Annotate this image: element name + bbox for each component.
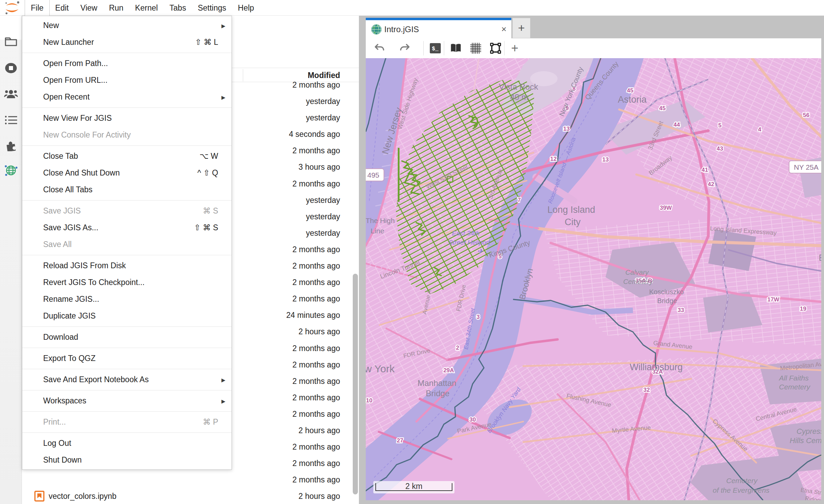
menu-item-open-from-url[interactable]: Open From URL... [22, 72, 232, 89]
users-icon[interactable] [4, 89, 18, 99]
map-label: Williamsburg [630, 362, 683, 372]
map-label: The High [366, 217, 395, 224]
map-panel: Intro.jGIS × + $_ [359, 16, 824, 504]
menu-item-label: Export To QGZ [43, 350, 96, 367]
tab-title: Intro.jGIS [384, 20, 419, 38]
extent-icon[interactable] [488, 38, 503, 58]
menu-item-save-and-export-notebook-as[interactable]: Save And Export Notebook As▶ [22, 371, 232, 388]
menu-item-workspaces[interactable]: Workspaces▶ [22, 392, 232, 409]
menu-divider [22, 369, 232, 369]
menu-item-shortcut: ⌘ P [203, 414, 218, 430]
map-label: Astoria [618, 94, 647, 105]
menubar-item-kernel[interactable]: Kernel [129, 0, 163, 16]
map-label: Bridge [426, 389, 449, 398]
redo-icon[interactable] [397, 38, 412, 58]
menu-item-new[interactable]: New▶ [22, 17, 232, 34]
jgis-file-icon [371, 24, 382, 35]
menu-item-open-recent[interactable]: Open Recent▶ [22, 89, 232, 105]
menu-item-shortcut: ⇧ ⌘ S [194, 219, 218, 236]
route-shield: 19 [800, 306, 807, 312]
menu-item-open-from-path[interactable]: Open From Path... [22, 55, 232, 72]
tab-intro-jgis[interactable]: Intro.jGIS × [366, 18, 511, 38]
menu-item-download[interactable]: Download [22, 329, 232, 346]
menu-item-new-launcher[interactable]: New Launcher⇧ ⌘ L [22, 34, 232, 51]
active-tab-accent [366, 18, 511, 20]
menu-item-label: Reload JGIS From Disk [43, 257, 126, 274]
menu-item-new-view-for-jgis[interactable]: New View For JGIS [22, 110, 232, 127]
tab-close-icon[interactable]: × [501, 20, 507, 38]
jgis-globe-icon[interactable] [4, 164, 18, 177]
menubar-item-help[interactable]: Help [232, 0, 260, 16]
menubar-item-view[interactable]: View [75, 0, 103, 16]
menubar-item-edit[interactable]: Edit [49, 0, 75, 16]
menu-item-shortcut: ⇧ ⌘ L [195, 34, 218, 51]
menu-divider [22, 145, 232, 146]
menu-item-rename-jgis[interactable]: Rename JGIS... [22, 291, 232, 308]
route-shield: 39W [660, 205, 672, 211]
menu-item-label: Save All [43, 236, 72, 253]
route-shield: 33 [678, 307, 684, 313]
menu-item-label: Shut Down [43, 452, 82, 468]
menu-item-close-and-shut-down[interactable]: Close And Shut Down^ ⇧ Q [22, 165, 232, 181]
menubar-item-file[interactable]: File [25, 0, 49, 16]
menu-item-label: Open Recent [43, 89, 90, 105]
menu-item-revert-jgis-to-checkpoint[interactable]: Revert JGIS To Checkpoint... [22, 274, 232, 291]
map-label: w York [366, 363, 395, 374]
route-shield: 2 [456, 345, 459, 351]
menu-item-label: Open From Path... [43, 55, 108, 72]
file-row-modified[interactable]: 2 months ago [22, 471, 359, 488]
menu-item-save-all: Save All [22, 236, 232, 253]
menu-item-label: Workspaces [43, 392, 86, 409]
route-shield: 27 [397, 437, 403, 444]
route-shield: 30 [470, 416, 476, 423]
menu-item-label: Download [43, 329, 78, 346]
menu-item-save-jgis-as[interactable]: Save JGIS As...⇧ ⌘ S [22, 219, 232, 236]
route-shield: 44 [674, 121, 680, 128]
menu-item-reload-jgis-from-disk[interactable]: Reload JGIS From Disk [22, 257, 232, 274]
submenu-arrow-icon: ▶ [221, 372, 225, 388]
add-layer-icon[interactable]: + [507, 38, 523, 58]
menu-item-label: New Launcher [43, 34, 94, 51]
menu-item-log-out[interactable]: Log Out [22, 435, 232, 452]
menubar-item-tabs[interactable]: Tabs [164, 0, 192, 16]
menu-item-export-to-qgz[interactable]: Export To QGZ [22, 350, 232, 367]
map-label: Long Island [547, 205, 595, 215]
map-canvas[interactable]: 495NY 25A4545445443414256131312897532333… [366, 58, 821, 500]
terminal-icon[interactable]: $_ [427, 38, 443, 58]
menubar-item-settings[interactable]: Settings [192, 0, 232, 16]
toolbar-separator [423, 41, 424, 55]
menu-item-label: Print... [43, 414, 66, 430]
route-shield: 29A [443, 367, 454, 374]
undo-icon[interactable] [372, 38, 388, 58]
route-shield: NY 25A [794, 163, 819, 171]
menu-divider [22, 326, 232, 327]
menubar-item-run[interactable]: Run [103, 0, 129, 16]
running-icon[interactable] [4, 62, 17, 74]
folder-icon[interactable] [4, 36, 17, 47]
map-label: City [565, 217, 581, 227]
menu-item-label: New [43, 17, 59, 34]
jupyter-logo [3, 1, 21, 15]
map-label: Elmhurst [819, 253, 821, 262]
submenu-arrow-icon: ▶ [221, 17, 225, 34]
grid-icon[interactable] [468, 38, 484, 58]
menu-item-duplicate-jgis[interactable]: Duplicate JGIS [22, 308, 232, 324]
book-icon[interactable] [448, 38, 464, 58]
menu-divider [22, 200, 232, 201]
file-browser-scrollbar[interactable] [353, 274, 358, 494]
extension-puzzle-icon[interactable] [5, 140, 17, 151]
file-name: vector_colors.ipynb [49, 488, 116, 504]
route-shield: 12 [550, 156, 557, 162]
menu-item-label: Close All Tabs [43, 181, 92, 198]
table-of-contents-icon[interactable] [5, 115, 17, 125]
map-label: Manhattan [417, 378, 456, 388]
new-tab-button[interactable]: + [512, 18, 530, 38]
map-label: Line [371, 227, 384, 235]
menu-item-close-tab[interactable]: Close Tab⌥ W [22, 148, 232, 165]
menu-item-close-all-tabs[interactable]: Close All Tabs [22, 181, 232, 198]
route-shield: 10 [366, 397, 373, 404]
menu-item-label: New View For JGIS [43, 110, 112, 127]
route-shield: 45 [659, 105, 666, 112]
file-row-vector-colors[interactable]: vector_colors.ipynb [22, 488, 359, 504]
menu-item-shut-down[interactable]: Shut Down [22, 452, 232, 468]
